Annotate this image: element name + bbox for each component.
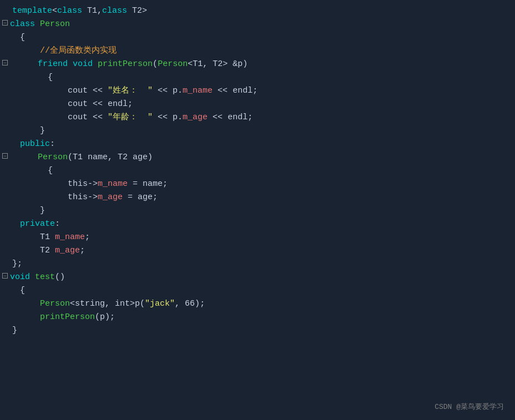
token: cout — [28, 99, 88, 109]
token: this-> — [28, 179, 98, 189]
token: { — [28, 166, 53, 175]
line-tokens: { — [28, 71, 53, 84]
token: ; — [80, 246, 85, 255]
line-tokens: cout << endl; — [28, 98, 133, 111]
line-tokens: T1 m_name; — [20, 231, 90, 244]
watermark: CSDN @菜鸟要爱学习 — [435, 402, 504, 413]
fold-indicator[interactable]: − — [2, 273, 8, 279]
code-line: { — [0, 164, 515, 178]
fold-indicator[interactable]: − — [2, 20, 8, 26]
line-tokens: void test() — [10, 271, 65, 284]
token: ; — [163, 179, 168, 189]
token: << — [88, 113, 108, 122]
line-tokens: { — [20, 31, 25, 44]
code-line: { — [0, 71, 515, 84]
code-line: } — [0, 204, 515, 217]
token: ) — [243, 59, 248, 69]
line-tokens: } — [20, 124, 45, 138]
line-tokens: friend void printPerson(Person<T1, T2> &… — [18, 58, 248, 71]
fold-indicator[interactable]: − — [2, 60, 8, 65]
token: void — [73, 59, 93, 69]
line-tokens: { — [28, 164, 53, 178]
line-tokens: Person<string, int>p("jack", 66); — [20, 297, 205, 311]
line-tokens: cout << "姓名： " << p.m_name << endl; — [28, 84, 258, 98]
token: { — [20, 286, 25, 295]
token: Person — [40, 299, 70, 308]
token: , — [97, 6, 102, 16]
code-line: this->m_name = name; — [0, 178, 515, 191]
line-tokens: }; — [12, 257, 22, 271]
token — [20, 299, 40, 308]
code-line: //全局函数类内实现 — [0, 44, 515, 58]
line-tokens: public: — [20, 138, 55, 151]
token: endl — [108, 99, 128, 109]
token: cout — [28, 113, 88, 122]
token: T1 — [20, 232, 55, 242]
code-content: template<class T1,class T2>−class Person… — [0, 4, 515, 337]
token: } — [12, 326, 17, 335]
token: ; — [253, 86, 258, 95]
token: T2 — [20, 246, 55, 255]
token — [18, 59, 38, 69]
token: << — [208, 113, 228, 122]
token: (T1 name, T2 age — [68, 153, 148, 162]
token: this-> — [28, 193, 98, 202]
line-tokens: private: — [20, 217, 60, 231]
token: "姓名： " — [108, 86, 153, 95]
code-line: template<class T1,class T2> — [0, 4, 515, 18]
code-line: printPerson(p); — [0, 311, 515, 324]
token: //全局函数类内实现 — [20, 46, 117, 55]
token: endl — [228, 113, 248, 122]
token: : — [55, 219, 60, 229]
token: Person — [158, 59, 188, 69]
token: void — [10, 272, 30, 282]
token: T2 — [127, 6, 142, 16]
line-tokens: T2 m_age; — [20, 244, 85, 257]
token: class — [57, 6, 82, 16]
code-line: −class Person — [0, 18, 515, 31]
line-tokens: printPerson(p); — [20, 311, 115, 324]
token: : — [50, 139, 55, 149]
token: ) — [195, 299, 200, 308]
token: template — [12, 6, 52, 16]
code-line: − Person(T1 name, T2 age) — [0, 151, 515, 164]
token: ; — [200, 299, 205, 308]
token: << — [88, 99, 108, 109]
token: m_age — [183, 113, 208, 122]
line-tokens: Person(T1 name, T2 age) — [18, 151, 153, 164]
token: << — [213, 86, 233, 95]
token: friend — [38, 59, 68, 69]
token: public — [20, 139, 50, 149]
token: cout — [28, 86, 88, 95]
token — [68, 59, 73, 69]
token — [93, 59, 98, 69]
code-line: Person<string, int>p("jack", 66); — [0, 297, 515, 311]
token: ; — [248, 113, 253, 122]
token: ( — [153, 59, 158, 69]
code-line: T1 m_name; — [0, 231, 515, 244]
code-line: } — [0, 324, 515, 337]
token: m_name — [183, 86, 213, 95]
line-tokens: { — [20, 284, 25, 297]
token: ; — [110, 312, 115, 322]
token: ) — [148, 153, 153, 162]
code-line: this->m_age = age; — [0, 191, 515, 204]
code-line: − friend void printPerson(Person<T1, T2>… — [0, 58, 515, 71]
token: = age — [123, 193, 153, 202]
token: T1 — [82, 6, 97, 16]
code-line: cout << endl; — [0, 98, 515, 111]
token: < — [52, 6, 57, 16]
token: ; — [128, 99, 133, 109]
token: { — [28, 73, 53, 82]
line-tokens: this->m_name = name; — [28, 178, 168, 191]
token: () — [55, 272, 65, 282]
token: <T1, T2> — [188, 59, 228, 69]
code-line: { — [0, 284, 515, 297]
fold-indicator[interactable]: − — [2, 153, 8, 159]
token: endl — [233, 86, 253, 95]
token: (p) — [95, 312, 110, 322]
token: p( — [135, 299, 145, 308]
line-tokens: class Person — [10, 18, 70, 31]
code-line: cout << "姓名： " << p.m_name << endl; — [0, 84, 515, 98]
line-tokens: } — [20, 204, 45, 217]
